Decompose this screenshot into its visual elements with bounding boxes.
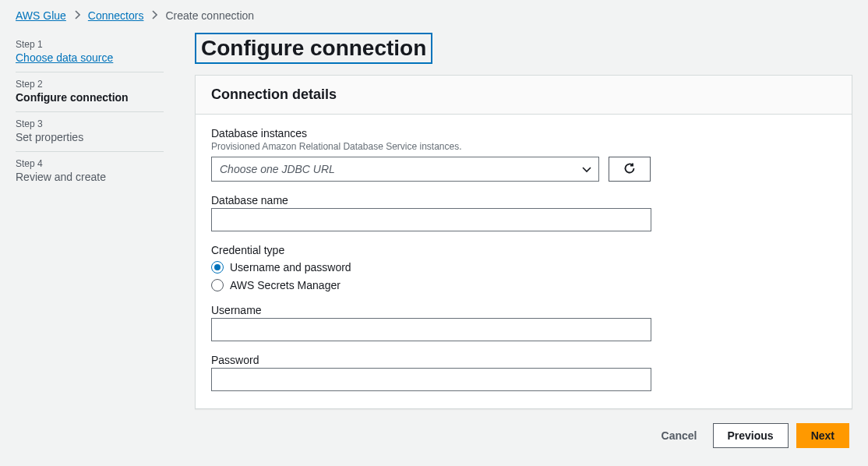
breadcrumb-connectors[interactable]: Connectors	[88, 9, 144, 22]
wizard-footer: Cancel Previous Next	[195, 423, 852, 448]
connection-details-panel: Connection details Database instances Pr…	[195, 75, 852, 409]
database-name-input[interactable]	[211, 208, 651, 231]
step-num: Step 3	[16, 118, 164, 129]
step-label[interactable]: Choose data source	[16, 51, 164, 64]
password-input[interactable]	[211, 368, 651, 391]
field-label: Username	[211, 304, 836, 316]
database-name-field: Database name	[211, 194, 836, 231]
radio-label: Username and password	[230, 261, 351, 274]
select-placeholder: Choose one JDBC URL	[220, 163, 335, 175]
chevron-right-icon	[74, 9, 80, 22]
radio-label: AWS Secrets Manager	[230, 279, 340, 291]
step-num: Step 4	[16, 158, 164, 169]
next-button[interactable]: Next	[796, 423, 849, 448]
username-input[interactable]	[211, 318, 651, 341]
breadcrumb-aws-glue[interactable]: AWS Glue	[16, 9, 66, 22]
refresh-icon	[623, 162, 636, 177]
step-num: Step 2	[16, 79, 164, 90]
step-nav: Step 1 Choose data source Step 2 Configu…	[16, 33, 164, 448]
field-desc: Provisioned Amazon Relational Database S…	[211, 141, 836, 152]
step-set-properties: Step 3 Set properties	[16, 112, 164, 152]
password-field: Password	[211, 354, 836, 391]
credential-type-field: Credential type Username and password AW…	[211, 244, 836, 291]
field-label: Credential type	[211, 244, 836, 256]
step-review-create: Step 4 Review and create	[16, 152, 164, 191]
database-instances-select[interactable]: Choose one JDBC URL	[211, 157, 599, 182]
panel-title: Connection details	[196, 76, 852, 115]
step-label: Configure connection	[16, 91, 164, 104]
radio-icon	[211, 261, 224, 274]
radio-username-password[interactable]: Username and password	[211, 261, 836, 274]
step-configure-connection: Step 2 Configure connection	[16, 72, 164, 112]
field-label: Password	[211, 354, 836, 366]
chevron-right-icon	[151, 9, 157, 22]
breadcrumb: AWS Glue Connectors Create connection	[16, 9, 852, 22]
previous-button[interactable]: Previous	[713, 423, 789, 448]
step-num: Step 1	[16, 39, 164, 50]
radio-icon	[211, 279, 224, 291]
step-label: Review and create	[16, 171, 164, 183]
field-label: Database instances	[211, 127, 836, 139]
step-label: Set properties	[16, 131, 164, 143]
breadcrumb-current: Create connection	[165, 9, 254, 22]
refresh-button[interactable]	[609, 157, 651, 182]
page-title: Configure connection	[195, 33, 432, 64]
step-choose-data-source[interactable]: Step 1 Choose data source	[16, 33, 164, 72]
database-instances-field: Database instances Provisioned Amazon Re…	[211, 127, 836, 182]
field-label: Database name	[211, 194, 836, 207]
radio-aws-secrets-manager[interactable]: AWS Secrets Manager	[211, 279, 836, 291]
cancel-button[interactable]: Cancel	[654, 429, 705, 442]
username-field: Username	[211, 304, 836, 341]
main-content: Configure connection Connection details …	[195, 33, 852, 448]
